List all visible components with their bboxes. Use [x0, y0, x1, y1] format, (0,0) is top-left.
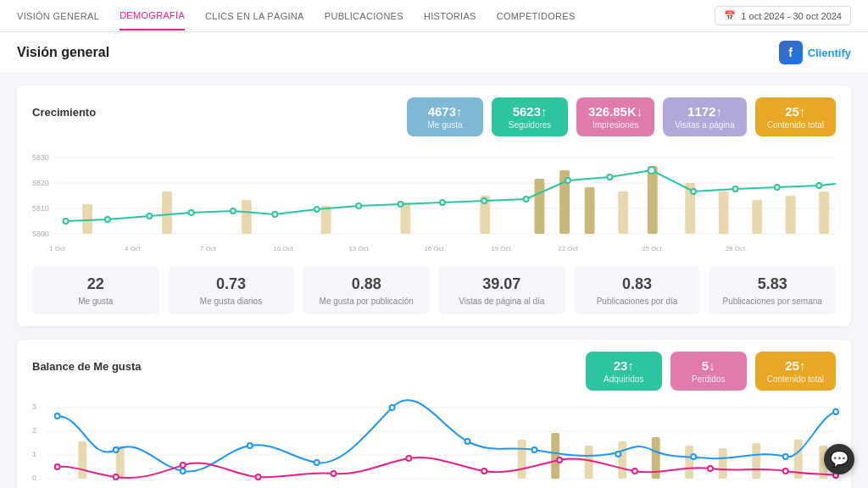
svg-text:25 Oct: 25 Oct [642, 245, 662, 252]
badge-perdidos-value: 5↓ [682, 358, 735, 373]
badge-impresiones-label: Impresiones [588, 120, 643, 130]
svg-rect-68 [685, 446, 693, 479]
badge-contenido-balance-label: Contenido total [767, 374, 824, 384]
main-content: Crecimiento 4673↑ Me gusta 5623↑ Seguido… [0, 74, 868, 488]
svg-point-25 [105, 217, 110, 222]
chat-bubble[interactable]: 💬 [824, 444, 854, 474]
svg-point-76 [248, 443, 253, 448]
metric-me-gusta: 22 Me gusta [32, 267, 159, 314]
svg-text:1 Oct: 1 Oct [49, 245, 66, 252]
svg-text:7 Oct: 7 Oct [200, 245, 217, 252]
svg-rect-70 [752, 443, 760, 479]
svg-rect-22 [786, 196, 796, 234]
svg-text:5820: 5820 [32, 179, 49, 187]
svg-rect-14 [535, 179, 545, 234]
badge-seguidores: 5623↑ Seguidores [492, 97, 568, 136]
brand-name: Clientify [808, 47, 851, 59]
svg-point-74 [114, 447, 119, 452]
svg-point-75 [181, 469, 186, 474]
badge-me-gusta-value: 4673↑ [419, 104, 471, 119]
svg-text:1: 1 [32, 450, 36, 458]
svg-point-33 [440, 200, 445, 205]
balance-title: Balance de Me gusta [32, 360, 142, 373]
svg-rect-65 [585, 446, 593, 479]
svg-point-86 [114, 474, 119, 480]
svg-rect-17 [618, 191, 628, 234]
badge-seguidores-label: Seguidores [504, 120, 556, 130]
chat-icon: 💬 [830, 450, 849, 469]
metric-pub-dia-label: Publicaciones por día [584, 297, 691, 306]
metric-me-gusta-diarios-value: 0.73 [178, 275, 285, 293]
nav-demografia[interactable]: DEMOGRAFÍA [120, 2, 185, 30]
svg-point-87 [181, 463, 186, 468]
badge-me-gusta: 4673↑ Me gusta [407, 97, 483, 136]
growth-section: Crecimiento 4673↑ Me gusta 5623↑ Seguido… [17, 86, 851, 326]
svg-point-29 [272, 212, 277, 217]
top-navigation: VISIÓN GENERAL DEMOGRAFÍA CLICS EN LA PÁ… [0, 0, 868, 32]
metric-pub-semana: 5.83 Publicaciones por semana [709, 267, 836, 314]
svg-rect-64 [551, 433, 559, 479]
metric-pub-dia: 0.83 Publicaciones por día [574, 267, 701, 314]
svg-rect-20 [719, 191, 729, 234]
metric-me-gusta-pub: 0.88 Me gusta por publicación [303, 267, 430, 314]
badge-perdidos-label: Perdidos [682, 374, 735, 384]
badge-visitas-value: 1172↑ [675, 104, 734, 119]
nav-vision-general[interactable]: VISIÓN GENERAL [17, 3, 99, 30]
svg-point-36 [565, 178, 570, 183]
svg-rect-10 [242, 200, 252, 234]
metric-vistas-dia-label: Vistas de página al día [448, 297, 555, 306]
svg-text:13 Oct: 13 Oct [349, 245, 370, 252]
date-range-label: 1 oct 2024 - 30 oct 2024 [741, 11, 842, 21]
nav-historias[interactable]: HISTORIAS [424, 3, 476, 30]
metric-vistas-dia-value: 39.07 [448, 275, 555, 293]
svg-text:0: 0 [32, 474, 36, 482]
svg-text:10 Oct: 10 Oct [274, 245, 294, 252]
svg-point-38 [648, 167, 655, 174]
balance-chart-svg: 3 2 1 0 [32, 399, 836, 488]
svg-text:4 Oct: 4 Oct [125, 245, 142, 252]
svg-point-94 [708, 466, 713, 471]
badge-visitas-label: Visitas a página [675, 120, 734, 130]
badge-seguidores-value: 5623↑ [504, 104, 556, 119]
svg-point-93 [632, 469, 637, 474]
growth-title: Crecimiento [32, 106, 96, 119]
nav-competidores[interactable]: COMPETIDORES [497, 3, 576, 30]
svg-rect-18 [648, 166, 658, 234]
nav-publicaciones[interactable]: PUBLICACIONES [325, 3, 403, 30]
badge-impresiones: 326.85K↓ Impresiones [576, 97, 654, 136]
svg-point-30 [314, 207, 320, 212]
svg-point-89 [331, 471, 337, 476]
svg-rect-61 [78, 441, 86, 479]
svg-text:28 Oct: 28 Oct [726, 245, 746, 252]
metric-me-gusta-label: Me gusta [42, 297, 149, 306]
badge-adquiridos-value: 23↑ [598, 358, 650, 373]
svg-point-37 [607, 175, 612, 180]
svg-point-78 [390, 405, 395, 410]
svg-point-73 [55, 413, 60, 419]
badge-contenido-balance: 25↑ Contenido total [755, 352, 836, 391]
svg-text:5800: 5800 [32, 230, 49, 238]
svg-rect-9 [162, 191, 172, 234]
badge-adquiridos-label: Adquiridos [598, 374, 650, 384]
nav-clics[interactable]: CLICS EN LA PÁGINA [205, 3, 304, 30]
svg-rect-21 [752, 200, 762, 234]
nav-links: VISIÓN GENERAL DEMOGRAFÍA CLICS EN LA PÁ… [17, 2, 576, 30]
svg-point-40 [733, 186, 738, 191]
metric-me-gusta-diarios: 0.73 Me gusta diarios [168, 267, 295, 314]
badge-contenido: 25↑ Contenido total [755, 97, 836, 136]
badge-contenido-label: Contenido total [767, 120, 824, 130]
balance-badges: 23↑ Adquiridos 5↓ Perdidos 25↑ Contenido… [586, 352, 836, 391]
date-range-picker[interactable]: 📅 1 oct 2024 - 30 oct 2024 [715, 6, 851, 25]
svg-point-85 [55, 464, 60, 469]
svg-point-95 [783, 469, 788, 474]
svg-rect-69 [719, 448, 727, 479]
svg-point-81 [615, 452, 620, 457]
svg-point-79 [465, 439, 470, 444]
badge-perdidos: 5↓ Perdidos [670, 352, 747, 391]
balance-chart: 3 2 1 0 [32, 399, 836, 488]
svg-text:19 Oct: 19 Oct [491, 245, 511, 252]
badge-impresiones-value: 326.85K↓ [588, 104, 643, 119]
svg-text:22 Oct: 22 Oct [558, 245, 578, 252]
badge-me-gusta-label: Me gusta [419, 120, 471, 130]
page-title: Visión general [17, 45, 109, 60]
